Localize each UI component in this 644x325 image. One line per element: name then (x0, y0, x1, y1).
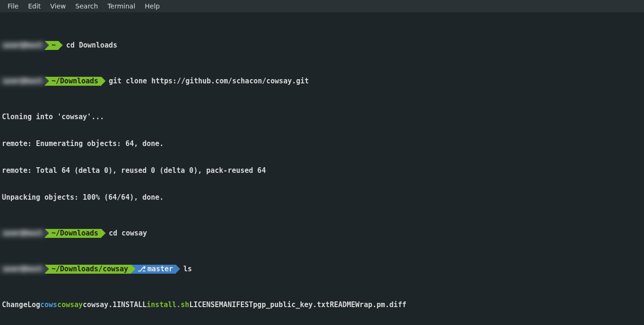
prompt-line: user@host ~/Downloads git clone https://… (0, 77, 644, 86)
prompt-user-seg: user@host (0, 265, 45, 274)
menu-help[interactable]: Help (140, 0, 165, 12)
ls-entry: README (330, 301, 355, 309)
menu-edit[interactable]: Edit (23, 0, 45, 12)
output-line: Unpacking objects: 100% (64/64), done. (0, 193, 644, 202)
ls-entry: cows (40, 301, 57, 309)
ls-entry: ChangeLog (2, 301, 40, 309)
git-branch-icon: ⎇ (138, 265, 146, 274)
ls-entry: install.sh (147, 301, 189, 309)
prompt-branch-seg: ⎇master (131, 265, 176, 274)
prompt-path-seg: ~/Downloads (45, 229, 101, 238)
menu-view[interactable]: View (46, 0, 71, 12)
menu-terminal[interactable]: Terminal (103, 0, 140, 12)
ls-entry: LICENSE (189, 301, 219, 309)
ls-entry: MANIFEST (219, 301, 253, 309)
prompt-line: user@host ~/Downloads/cowsay ⎇master ls (0, 265, 644, 274)
output-line: remote: Enumerating objects: 64, done. (0, 139, 644, 148)
prompt-path-seg: ~ (45, 41, 58, 50)
prompt-path-seg: ~/Downloads/cowsay (45, 265, 131, 274)
prompt-command: git clone https://github.com/schacon/cow… (101, 77, 309, 86)
prompt-path-seg: ~/Downloads (45, 77, 101, 86)
output-line: Cloning into 'cowsay'... (0, 113, 644, 122)
prompt-user-seg: user@host (0, 77, 45, 86)
prompt-user-seg: user@host (0, 41, 45, 50)
ls-output-line: ChangeLog cows cowsay cowsay.1 INSTALL i… (0, 301, 644, 309)
ls-entry: Wrap.pm.diff (355, 301, 406, 309)
prompt-user-seg: user@host (0, 229, 45, 238)
ls-entry: INSTALL (117, 301, 147, 309)
ls-entry: cowsay.1 (83, 301, 117, 309)
ls-entry: pgp_public_key.txt (253, 301, 330, 309)
menubar: File Edit View Search Terminal Help (0, 0, 644, 12)
prompt-command: cd cowsay (101, 229, 147, 238)
prompt-line: user@host ~ cd Downloads (0, 41, 644, 50)
menu-file[interactable]: File (3, 0, 23, 12)
menu-search[interactable]: Search (71, 0, 103, 12)
prompt-line: user@host ~/Downloads cd cowsay (0, 229, 644, 238)
prompt-command: cd Downloads (58, 41, 117, 50)
output-line: remote: Total 64 (delta 0), reused 0 (de… (0, 166, 644, 175)
ls-entry: cowsay (57, 301, 83, 309)
terminal-output[interactable]: user@host ~ cd Downloads user@host ~/Dow… (0, 12, 644, 325)
